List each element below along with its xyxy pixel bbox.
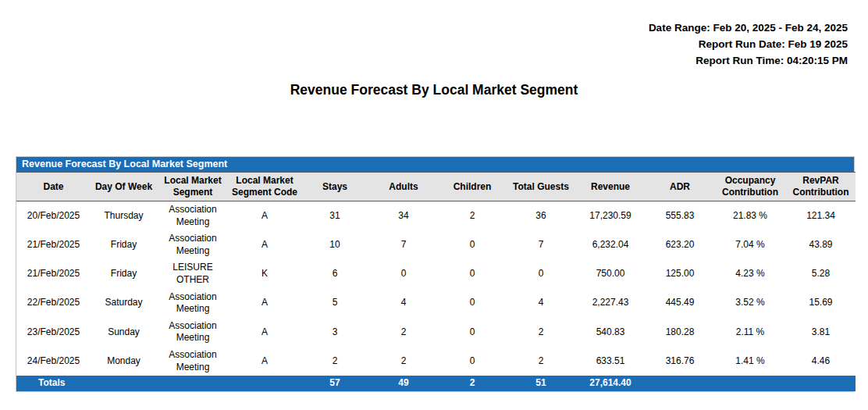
table-cell: 20/Feb/2025	[16, 201, 91, 231]
table-cell: Association Meeting	[157, 318, 229, 347]
table-cell: 555.83	[646, 201, 714, 231]
table-cell: 633.51	[575, 347, 646, 376]
table-cell: 10	[301, 230, 369, 259]
column-header: Stays	[301, 173, 369, 201]
column-header: Local Market Segment	[157, 173, 229, 201]
table-cell: 4.46	[786, 347, 856, 376]
table-row: 23/Feb/2025SundayAssociation MeetingA320…	[16, 318, 856, 347]
column-header: Children	[438, 173, 507, 201]
column-header: Occupancy Contribution	[714, 173, 786, 201]
table-cell: 0	[438, 230, 507, 259]
table-cell: 43.89	[786, 230, 856, 259]
table-body: 20/Feb/2025ThursdayAssociation MeetingA3…	[16, 201, 856, 391]
table-cell: 22/Feb/2025	[16, 289, 91, 318]
totals-cell: 27,614.40	[575, 376, 646, 391]
report-table-section: Revenue Forecast By Local Market Segment…	[16, 156, 855, 392]
revenue-forecast-table: DateDay Of WeekLocal Market SegmentLocal…	[16, 172, 856, 391]
table-row: 20/Feb/2025ThursdayAssociation MeetingA3…	[16, 201, 856, 231]
totals-label: Totals	[16, 376, 91, 391]
table-cell: 17,230.59	[575, 201, 646, 231]
totals-cell	[229, 376, 301, 391]
table-cell: 6,232.04	[575, 230, 646, 259]
table-cell: Monday	[91, 347, 157, 376]
table-cell: 21/Feb/2025	[16, 230, 91, 259]
table-cell: 0	[507, 259, 575, 288]
table-cell: Sunday	[91, 318, 157, 347]
table-cell: 34	[369, 201, 438, 231]
table-cell: 4	[369, 289, 438, 318]
page-title: Revenue Forecast By Local Market Segment	[0, 82, 868, 98]
column-header: Local Market Segment Code	[229, 173, 301, 201]
table-cell: 21/Feb/2025	[16, 259, 91, 288]
report-meta: Date Range: Feb 20, 2025 - Feb 24, 2025 …	[0, 0, 868, 69]
table-cell: 21.83 %	[714, 201, 786, 231]
table-cell: 2	[369, 347, 438, 376]
table-cell: 0	[438, 347, 507, 376]
column-header: RevPAR Contribution	[786, 173, 856, 201]
totals-row: Totals574925127,614.40	[16, 376, 856, 391]
table-cell: 2	[507, 318, 575, 347]
report-run-time: Report Run Time: 04:20:15 PM	[0, 52, 848, 69]
totals-cell	[91, 376, 157, 391]
column-header: ADR	[646, 173, 714, 201]
table-cell: Friday	[91, 259, 157, 288]
table-cell: 121.34	[786, 201, 856, 231]
table-row: 22/Feb/2025SaturdayAssociation MeetingA5…	[16, 289, 856, 318]
table-cell: 4.23 %	[714, 259, 786, 288]
table-cell: Friday	[91, 230, 157, 259]
table-cell: 6	[301, 259, 369, 288]
totals-cell: 49	[369, 376, 438, 391]
table-cell: A	[229, 318, 301, 347]
table-cell: 23/Feb/2025	[16, 318, 91, 347]
table-cell: 0	[438, 318, 507, 347]
table-row: 24/Feb/2025MondayAssociation MeetingA220…	[16, 347, 856, 376]
table-cell: 3	[301, 318, 369, 347]
table-title-bar: Revenue Forecast By Local Market Segment	[16, 157, 854, 172]
table-cell: 316.76	[646, 347, 714, 376]
column-header-row: DateDay Of WeekLocal Market SegmentLocal…	[16, 173, 856, 201]
table-cell: 2.11 %	[714, 318, 786, 347]
totals-cell	[646, 376, 714, 391]
table-cell: Thursday	[91, 201, 157, 231]
table-cell: 7	[507, 230, 575, 259]
table-cell: 31	[301, 201, 369, 231]
table-cell: A	[229, 347, 301, 376]
table-cell: 2	[301, 347, 369, 376]
table-cell: Association Meeting	[157, 230, 229, 259]
table-cell: K	[229, 259, 301, 288]
table-cell: Association Meeting	[157, 201, 229, 231]
table-cell: A	[229, 289, 301, 318]
table-cell: 125.00	[646, 259, 714, 288]
column-header: Day Of Week	[91, 173, 157, 201]
table-cell: 2	[507, 347, 575, 376]
table-cell: 0	[369, 259, 438, 288]
table-row: 21/Feb/2025FridayAssociation MeetingA107…	[16, 230, 856, 259]
table-cell: 24/Feb/2025	[16, 347, 91, 376]
table-cell: 36	[507, 201, 575, 231]
column-header: Total Guests	[507, 173, 575, 201]
totals-cell: 2	[438, 376, 507, 391]
table-cell: 540.83	[575, 318, 646, 347]
table-cell: 7	[369, 230, 438, 259]
table-cell: 5.28	[786, 259, 856, 288]
table-cell: 3.81	[786, 318, 856, 347]
table-cell: 2	[438, 201, 507, 231]
table-cell: 0	[438, 289, 507, 318]
table-cell: 5	[301, 289, 369, 318]
table-cell: 623.20	[646, 230, 714, 259]
table-cell: 3.52 %	[714, 289, 786, 318]
table-cell: A	[229, 230, 301, 259]
column-header: Adults	[369, 173, 438, 201]
column-header: Date	[16, 173, 91, 201]
table-cell: 15.69	[786, 289, 856, 318]
report-run-date: Report Run Date: Feb 19 2025	[0, 36, 848, 52]
table-row: 21/Feb/2025FridayLEISURE OTHERK6000750.0…	[16, 259, 856, 288]
totals-cell	[714, 376, 786, 391]
table-cell: 4	[507, 289, 575, 318]
table-cell: 445.49	[646, 289, 714, 318]
table-cell: 2	[369, 318, 438, 347]
column-header: Revenue	[575, 173, 646, 201]
table-cell: 2,227.43	[575, 289, 646, 318]
table-cell: 750.00	[575, 259, 646, 288]
table-cell: 1.41 %	[714, 347, 786, 376]
